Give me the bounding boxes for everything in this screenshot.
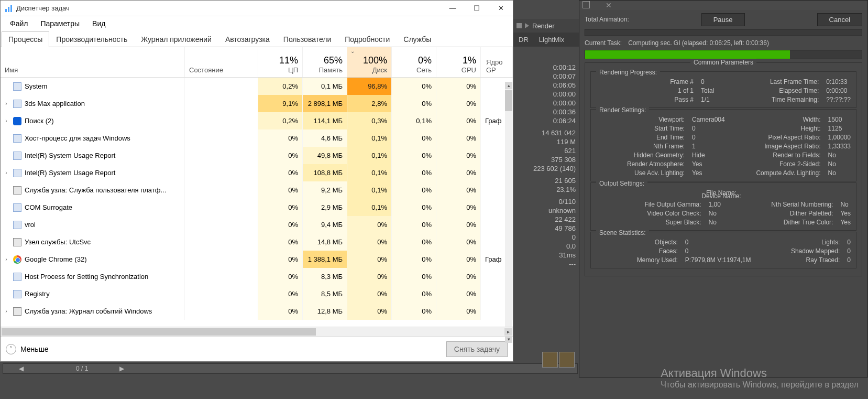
render-title-bar[interactable]: ✕: [579, 1, 867, 10]
name-cell: Intel(R) System Usage Report: [1, 147, 185, 164]
tab-dr[interactable]: DR: [513, 33, 534, 47]
tab-details[interactable]: Подробности: [338, 31, 397, 47]
process-name: Хост-процесс для задач Windows: [25, 134, 130, 142]
close-button[interactable]: ✕: [489, 1, 513, 16]
render-maximize-button[interactable]: [583, 1, 590, 8]
col-network[interactable]: 0% Сеть: [392, 47, 436, 77]
expand-icon[interactable]: ›: [3, 118, 10, 124]
process-list[interactable]: System0,2%0,1 МБ96,8%0%0%›3ds Max applic…: [1, 78, 513, 327]
render-settings-group: Render Settings: Viewport:Camera004 Widt…: [590, 109, 856, 181]
memory-cell: 9,4 МБ: [303, 216, 347, 233]
table-row[interactable]: ›Intel(R) System Usage Report0%108,8 МБ0…: [1, 164, 513, 181]
menu-view[interactable]: Вид: [86, 17, 112, 30]
cpu-cell: 0%: [258, 233, 303, 251]
tab-performance[interactable]: Производительность: [49, 31, 134, 47]
col-state[interactable]: Состояние: [185, 47, 258, 77]
process-name: Intel(R) System Usage Report: [25, 169, 115, 177]
disk-cell: 0,3%: [347, 112, 392, 130]
disk-cell: 0%: [347, 303, 392, 320]
table-row[interactable]: Intel(R) System Usage Report0%49,8 МБ0,1…: [1, 147, 513, 164]
render-progress-window: ✕ Total Animation: Pause Cancel Current …: [579, 0, 868, 378]
process-name: vrol: [25, 221, 36, 229]
tab-users[interactable]: Пользователи: [277, 31, 338, 47]
name-cell: ›3ds Max application: [1, 95, 185, 112]
table-row[interactable]: ›Google Chrome (32)0%1 388,1 МБ0%0%0%Гра…: [1, 251, 513, 268]
cancel-button[interactable]: Cancel: [817, 13, 862, 26]
table-row[interactable]: Хост-процесс для задач Windows0%4,6 МБ0,…: [1, 130, 513, 147]
process-icon: [13, 221, 21, 229]
memory-cell: 8,3 МБ: [303, 268, 347, 285]
render-btn-label[interactable]: Render: [532, 22, 555, 30]
horizontal-scrollbar[interactable]: ▸: [1, 327, 513, 336]
expand-icon[interactable]: ›: [3, 101, 10, 106]
col-disk[interactable]: ⌄ 100% Диск: [347, 47, 392, 77]
process-name: COM Surrogate: [25, 203, 72, 211]
process-name: Узел службы: UtcSvc: [25, 238, 91, 246]
expand-icon[interactable]: ›: [3, 308, 10, 314]
process-icon: [13, 186, 21, 195]
process-icon: [13, 82, 21, 91]
disk-cell: 0%: [347, 216, 392, 233]
title-bar[interactable]: Диспетчер задач — ☐ ✕: [1, 1, 513, 16]
memory-cell: 49,8 МБ: [303, 147, 347, 164]
window-title: Диспетчер задач: [16, 4, 70, 12]
play-icon[interactable]: [525, 23, 529, 28]
timeline[interactable]: ◀ 0 / 1 ▶: [3, 363, 578, 374]
table-row[interactable]: ›Поиск (2)0,2%114,1 МБ0,3%0,1%0%Граф: [1, 112, 513, 130]
gpu-cell: 0%: [436, 181, 481, 199]
table-row[interactable]: ›Служба узла: Журнал событий Windows0%12…: [1, 303, 513, 320]
expand-icon[interactable]: ›: [3, 170, 10, 176]
state-cell: [185, 147, 258, 164]
fewer-details-button[interactable]: ˄ Меньше: [6, 344, 49, 354]
table-row[interactable]: System0,2%0,1 МБ96,8%0%0%: [1, 78, 513, 95]
output-settings-group: Output Settings: File Name: Device Name:…: [590, 182, 856, 231]
state-cell: [185, 130, 258, 147]
gpu-cell: 0%: [436, 130, 481, 147]
cpu-cell: 0,2%: [258, 112, 303, 130]
network-cell: 0%: [392, 303, 436, 320]
process-icon: [13, 134, 21, 143]
maximize-button[interactable]: ☐: [465, 1, 489, 16]
gpu-cell: 0%: [436, 164, 481, 181]
table-row[interactable]: Узел службы: UtcSvc0%14,8 МБ0%0%0%: [1, 233, 513, 251]
tab-services[interactable]: Службы: [397, 31, 438, 47]
sort-indicator-icon: ⌄: [350, 48, 355, 54]
state-cell: [185, 303, 258, 320]
memory-cell: 14,8 МБ: [303, 233, 347, 251]
network-cell: 0%: [392, 78, 436, 95]
pause-button[interactable]: Pause: [701, 13, 745, 26]
process-name: Служба узла: Журнал событий Windows: [25, 307, 152, 315]
footer: ˄ Меньше Снять задачу: [1, 336, 513, 361]
col-memory[interactable]: 65% Память: [303, 47, 347, 77]
process-name: Intel(R) System Usage Report: [25, 152, 115, 159]
task-manager-window: Диспетчер задач — ☐ ✕ Файл Параметры Вид…: [0, 0, 513, 362]
material-thumbs: [542, 352, 579, 389]
table-row[interactable]: Служба узла: Служба пользователя платф..…: [1, 181, 513, 199]
table-row[interactable]: Host Process for Setting Synchronization…: [1, 268, 513, 285]
name-cell: Registry: [1, 285, 185, 303]
vertical-scrollbar[interactable]: ▴ ▾: [505, 82, 512, 336]
menu-file[interactable]: Файл: [4, 17, 34, 30]
expand-icon[interactable]: ›: [3, 256, 10, 262]
tab-startup[interactable]: Автозагрузка: [218, 31, 277, 47]
tab-app-history[interactable]: Журнал приложений: [134, 31, 218, 47]
tab-lightmix[interactable]: LightMix: [534, 33, 569, 47]
chevron-up-icon: ˄: [6, 344, 16, 354]
gpu-cell: 0%: [436, 251, 481, 268]
render-close-button[interactable]: ✕: [606, 1, 612, 9]
table-row[interactable]: COM Surrogate0%2,9 МБ0,1%0%0%: [1, 199, 513, 216]
table-row[interactable]: ›3ds Max application9,1%2 898,1 МБ2,8%0%…: [1, 95, 513, 112]
col-name[interactable]: Имя: [1, 47, 185, 77]
minimize-button[interactable]: —: [441, 1, 465, 16]
end-task-button[interactable]: Снять задачу: [446, 341, 508, 357]
menu-options[interactable]: Параметры: [34, 17, 86, 30]
table-row[interactable]: vrol0%9,4 МБ0%0%0%: [1, 216, 513, 233]
stop-icon[interactable]: [517, 23, 522, 28]
table-row[interactable]: Registry0%8,5 МБ0%0%0%: [1, 285, 513, 303]
name-cell: vrol: [1, 216, 185, 233]
current-progress-bar: [585, 50, 862, 59]
col-gpu-engine[interactable]: Ядро GP: [481, 47, 513, 77]
tab-processes[interactable]: Процессы: [2, 31, 49, 47]
col-cpu[interactable]: 11% ЦП: [258, 47, 303, 77]
col-gpu[interactable]: 1% GPU: [436, 47, 481, 77]
